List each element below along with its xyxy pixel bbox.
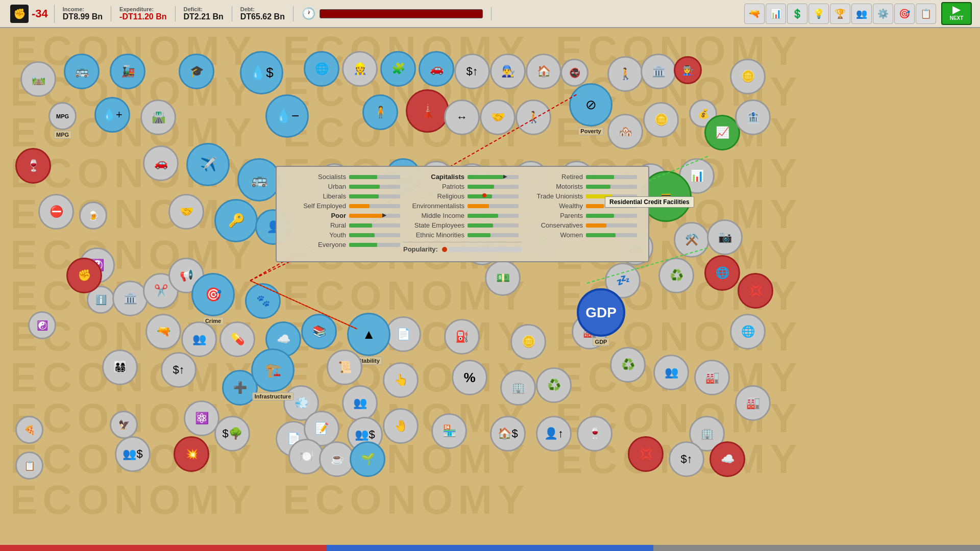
node-paper2[interactable]: 📋 bbox=[15, 452, 43, 480]
node-handshake[interactable]: 🤝 bbox=[168, 194, 204, 230]
dollar-icon-btn[interactable]: 💲 bbox=[787, 4, 807, 24]
node-road[interactable]: 🛤️ bbox=[20, 61, 56, 97]
node-train[interactable]: 🚂 bbox=[110, 54, 145, 89]
node-percent[interactable]: % bbox=[452, 360, 487, 395]
node-red-node[interactable]: 💥 bbox=[174, 436, 209, 472]
node-people-many[interactable]: 👨‍👩‍👧‍👦 bbox=[102, 349, 138, 385]
node-right-gray[interactable]: 🏦 bbox=[735, 99, 771, 135]
news-icon-btn[interactable]: 📋 bbox=[916, 4, 936, 24]
lightbulb-icon-btn[interactable]: 💡 bbox=[808, 4, 829, 24]
target-icon-btn[interactable]: 🎯 bbox=[894, 4, 915, 24]
node-eco2[interactable]: 🌱 bbox=[350, 441, 385, 477]
node-dollar-tree[interactable]: $🌳 bbox=[214, 416, 250, 452]
people-icon-btn[interactable]: 👥 bbox=[851, 4, 872, 24]
node-water-minus[interactable]: 💧− bbox=[265, 94, 309, 138]
chart-icon-btn[interactable]: 📊 bbox=[766, 4, 786, 24]
node-yin[interactable]: ☯️ bbox=[28, 311, 56, 339]
node-plane[interactable]: ✈️ bbox=[186, 143, 230, 186]
node-people-group[interactable]: 👥 bbox=[181, 321, 217, 357]
node-gdp[interactable]: GDP GDP bbox=[577, 288, 625, 337]
gear-icon-btn[interactable]: ⚙️ bbox=[873, 4, 893, 24]
node-tank[interactable]: 🚗 bbox=[419, 51, 454, 87]
node-red-landmark[interactable]: 🗼 bbox=[406, 89, 449, 133]
node-wine2[interactable]: 🍷 bbox=[577, 416, 612, 452]
node-house2[interactable]: 🏠$ bbox=[490, 416, 526, 452]
node-building3[interactable]: 🏛️ bbox=[112, 281, 148, 316]
node-right-red[interactable]: 💢 bbox=[738, 273, 773, 309]
node-education[interactable]: 🎓 bbox=[179, 54, 214, 89]
node-arrows-circle[interactable]: ↔️ bbox=[444, 99, 480, 135]
node-person3[interactable]: 🚶 bbox=[607, 56, 643, 92]
node-dollar-up3[interactable]: $↑ bbox=[669, 441, 704, 477]
group-ethnic-minorities[interactable]: Ethnic Minorities bbox=[403, 231, 522, 239]
group-poor[interactable]: Poor ▶ bbox=[285, 212, 403, 219]
node-cloud-red[interactable]: ☁️ bbox=[709, 441, 745, 477]
node-buildings[interactable]: 🏛️ bbox=[641, 54, 676, 89]
node-right-coin[interactable]: 🪙 bbox=[730, 59, 766, 94]
group-urban[interactable]: Urban bbox=[285, 183, 403, 190]
group-liberals[interactable]: Liberals bbox=[285, 192, 403, 200]
node-car[interactable]: 🚗 bbox=[143, 145, 179, 181]
node-right-gray3[interactable]: 🏭 bbox=[735, 385, 771, 421]
group-middle-income[interactable]: Middle Income bbox=[403, 212, 522, 219]
gun-icon-btn[interactable]: 🔫 bbox=[744, 4, 765, 24]
node-people3[interactable]: 👥 bbox=[653, 355, 689, 390]
node-bus2[interactable]: 🚌 bbox=[237, 158, 281, 202]
node-mpg[interactable]: MPG MPG bbox=[48, 102, 77, 130]
group-motorists[interactable]: Motorists bbox=[522, 183, 640, 190]
group-retired[interactable]: Retired bbox=[522, 173, 640, 181]
group-state-employees[interactable]: State Employees bbox=[403, 221, 522, 229]
node-camera[interactable]: 📷 bbox=[707, 219, 743, 255]
node-drink[interactable]: 🍺 bbox=[79, 202, 107, 230]
node-red-worker[interactable]: 👨‍🏭 bbox=[674, 56, 702, 84]
node-red-scatter[interactable]: 💢 bbox=[628, 436, 664, 472]
node-pointing[interactable]: 👆 bbox=[383, 362, 419, 398]
node-dollar-up2[interactable]: $↑ bbox=[161, 352, 197, 388]
node-gun2[interactable]: 🔫 bbox=[145, 314, 181, 349]
node-house[interactable]: 🏠 bbox=[526, 54, 561, 89]
trophy-icon-btn[interactable]: 🏆 bbox=[830, 4, 850, 24]
node-globe-puzzle[interactable]: 🌐 bbox=[304, 51, 339, 87]
node-recycle2[interactable]: ♻️ bbox=[536, 367, 572, 403]
node-fuel[interactable]: ⛽ bbox=[444, 319, 480, 355]
node-recycle[interactable]: ♻️ bbox=[658, 258, 694, 293]
node-dollar-up[interactable]: $↑ bbox=[454, 54, 490, 89]
node-org[interactable]: 🏢 bbox=[500, 370, 536, 406]
node-coins2[interactable]: 🪙 bbox=[510, 324, 546, 360]
node-dollar-bag[interactable]: 💵 bbox=[485, 260, 521, 296]
node-paper[interactable]: 📄 bbox=[385, 316, 421, 352]
node-poverty[interactable]: ⊘ Poverty bbox=[569, 83, 612, 127]
group-capitalists[interactable]: Capitalists ▶ bbox=[403, 173, 522, 181]
node-stability[interactable]: ▲ Stability bbox=[347, 313, 390, 356]
node-wine[interactable]: 🍷 bbox=[15, 148, 51, 184]
node-medical[interactable]: 💊 bbox=[219, 321, 255, 357]
group-youth[interactable]: Youth bbox=[285, 231, 403, 239]
node-person-stand2[interactable]: 🚶 bbox=[516, 99, 551, 135]
node-key[interactable]: 🔑 bbox=[214, 199, 258, 242]
node-right-gray2[interactable]: 🌐 bbox=[730, 314, 766, 349]
node-people-plus[interactable]: 👥 bbox=[342, 385, 378, 421]
node-bus[interactable]: 🚌 bbox=[64, 54, 100, 89]
node-crime[interactable]: 🎯 Crime bbox=[191, 273, 235, 316]
group-rural[interactable]: Rural bbox=[285, 221, 403, 229]
node-puzzle-piece[interactable]: 🧩 bbox=[380, 51, 416, 87]
node-water-dollar[interactable]: 💧$ bbox=[240, 51, 283, 94]
group-religious[interactable]: Religious bbox=[403, 192, 522, 200]
node-hand2[interactable]: 🤚 bbox=[383, 408, 419, 444]
node-paw[interactable]: 🐾 bbox=[245, 283, 281, 319]
node-pizza[interactable]: 🍕 bbox=[15, 416, 43, 444]
group-conservatives[interactable]: Conservatives bbox=[522, 221, 640, 229]
node-no-smoke[interactable]: 🚭 bbox=[560, 59, 589, 87]
node-buildings2[interactable]: 🏘️ bbox=[607, 114, 643, 149]
group-self-employed[interactable]: Self Employed bbox=[285, 202, 403, 210]
node-person-up[interactable]: 👤↑ bbox=[536, 416, 572, 452]
group-socialists[interactable]: Socialists bbox=[285, 173, 403, 181]
node-person-work[interactable]: 👷 bbox=[342, 51, 378, 87]
next-button[interactable]: NEXT bbox=[941, 2, 972, 25]
node-no-sign[interactable]: ⛔ bbox=[38, 194, 74, 230]
node-wing[interactable]: 🦅 bbox=[110, 411, 138, 439]
group-parents[interactable]: Parents bbox=[522, 212, 640, 219]
node-infrastructure[interactable]: 🏗️ Infrastructure bbox=[251, 348, 295, 392]
node-person-stand[interactable]: 🧍 bbox=[362, 94, 398, 130]
node-protest-red[interactable]: ✊ bbox=[66, 258, 102, 293]
